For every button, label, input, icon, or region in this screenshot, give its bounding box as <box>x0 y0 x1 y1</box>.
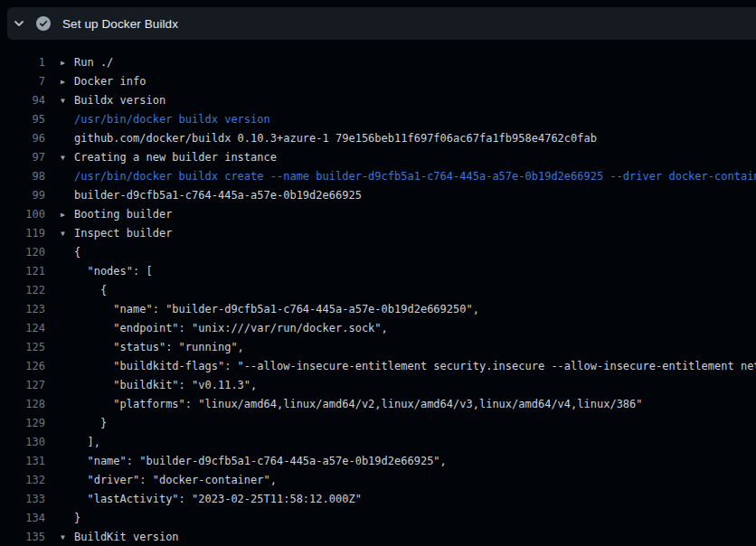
log-line-text: } <box>74 414 756 433</box>
group-toggle-icon <box>45 167 74 186</box>
group-collapsed-icon[interactable]: ▶ <box>45 205 74 224</box>
group-expanded-icon[interactable]: ▼ <box>45 528 74 546</box>
log-line-text: "lastActivity": "2023-02-25T11:58:12.000… <box>74 490 756 509</box>
line-number[interactable]: 123 <box>0 300 45 319</box>
log-line-row: 122 { <box>0 281 756 300</box>
log-line-row: 98 /usr/bin/docker buildx create --name … <box>0 167 756 186</box>
group-toggle-icon <box>45 281 74 300</box>
log-line-row: 130 ], <box>0 433 756 452</box>
log-line-row: 125 "status": "running", <box>0 338 756 357</box>
log-line-row: 120 { <box>0 243 756 262</box>
log-line-row: 131 "name": "builder-d9cfb5a1-c764-445a-… <box>0 452 756 471</box>
line-number[interactable]: 127 <box>0 376 45 395</box>
log-line-text: Inspect builder <box>74 224 756 243</box>
log-line-text: builder-d9cfb5a1-c764-445a-a57e-0b19d2e6… <box>74 186 756 205</box>
group-toggle-icon <box>45 490 74 509</box>
log-line-row: 124 "endpoint": "unix:///var/run/docker.… <box>0 319 756 338</box>
line-number[interactable]: 94 <box>0 91 45 110</box>
group-toggle-icon <box>45 376 74 395</box>
log-line-row: 95 /usr/bin/docker buildx version <box>0 110 756 129</box>
log-line-text: "platforms": "linux/amd64,linux/amd64/v2… <box>74 395 756 414</box>
log-line-text: "buildkitd-flags": "--allow-insecure-ent… <box>74 357 756 376</box>
log-group-row[interactable]: 100 ▶ Booting builder <box>0 205 756 224</box>
step-header[interactable]: Set up Docker Buildx <box>7 7 756 40</box>
group-toggle-icon <box>45 129 74 148</box>
line-number[interactable]: 121 <box>0 262 45 281</box>
line-number[interactable]: 124 <box>0 319 45 338</box>
log-group-row[interactable]: 97 ▼ Creating a new builder instance <box>0 148 756 167</box>
group-toggle-icon <box>45 243 74 262</box>
log-line-text: ], <box>74 433 756 452</box>
log-line-text: github.com/docker/buildx 0.10.3+azure-1 … <box>74 129 756 148</box>
line-number[interactable]: 129 <box>0 414 45 433</box>
log-line-text: Run ./ <box>74 53 756 72</box>
log-line-text: } <box>74 509 756 528</box>
log-group-row[interactable]: 1 ▶ Run ./ <box>0 53 756 72</box>
log-group-row[interactable]: 94 ▼ Buildx version <box>0 91 756 110</box>
log-line-text: "buildkit": "v0.11.3", <box>74 376 756 395</box>
log-output[interactable]: 1 ▶ Run ./ 7 ▶ Docker info 94 ▼ Buildx v… <box>0 40 756 546</box>
log-line-text: { <box>74 281 756 300</box>
log-line-text: "endpoint": "unix:///var/run/docker.sock… <box>74 319 756 338</box>
log-line-row: 121 "nodes": [ <box>0 262 756 281</box>
log-line-row: 96 github.com/docker/buildx 0.10.3+azure… <box>0 129 756 148</box>
log-line-text: Buildx version <box>74 91 756 110</box>
line-number[interactable]: 130 <box>0 433 45 452</box>
line-number[interactable]: 99 <box>0 186 45 205</box>
log-line-text: Creating a new builder instance <box>74 148 756 167</box>
log-line-row: 126 "buildkitd-flags": "--allow-insecure… <box>0 357 756 376</box>
line-number[interactable]: 1 <box>0 53 45 72</box>
log-line-text: Booting builder <box>74 205 756 224</box>
group-expanded-icon[interactable]: ▼ <box>45 224 74 243</box>
log-line-text: { <box>74 243 756 262</box>
line-number[interactable]: 100 <box>0 205 45 224</box>
line-number[interactable]: 131 <box>0 452 45 471</box>
line-number[interactable]: 132 <box>0 471 45 490</box>
line-number[interactable]: 133 <box>0 490 45 509</box>
line-number[interactable]: 120 <box>0 243 45 262</box>
group-toggle-icon <box>45 262 74 281</box>
log-line-row: 132 "driver": "docker-container", <box>0 471 756 490</box>
group-toggle-icon <box>45 319 74 338</box>
line-number[interactable]: 96 <box>0 129 45 148</box>
line-number[interactable]: 126 <box>0 357 45 376</box>
group-toggle-icon <box>45 357 74 376</box>
group-collapsed-icon[interactable]: ▶ <box>45 72 74 91</box>
group-toggle-icon <box>45 452 74 471</box>
group-toggle-icon <box>45 300 74 319</box>
log-line-row: 129 } <box>0 414 756 433</box>
log-line-row: 123 "name": "builder-d9cfb5a1-c764-445a-… <box>0 300 756 319</box>
log-line-text: /usr/bin/docker buildx create --name bui… <box>74 167 756 186</box>
line-number[interactable]: 119 <box>0 224 45 243</box>
log-group-row[interactable]: 119 ▼ Inspect builder <box>0 224 756 243</box>
line-number[interactable]: 125 <box>0 338 45 357</box>
log-group-row[interactable]: 135 ▼ BuildKit version <box>0 528 756 546</box>
group-toggle-icon <box>45 110 74 129</box>
line-number[interactable]: 135 <box>0 528 45 546</box>
step-title: Set up Docker Buildx <box>62 17 178 31</box>
line-number[interactable]: 7 <box>0 72 45 91</box>
group-toggle-icon <box>45 509 74 528</box>
log-line-row: 134 } <box>0 509 756 528</box>
log-group-row[interactable]: 7 ▶ Docker info <box>0 72 756 91</box>
log-line-text: "status": "running", <box>74 338 756 357</box>
line-number[interactable]: 122 <box>0 281 45 300</box>
line-number[interactable]: 95 <box>0 110 45 129</box>
log-line-text: "driver": "docker-container", <box>74 471 756 490</box>
group-toggle-icon <box>45 395 74 414</box>
line-number[interactable]: 128 <box>0 395 45 414</box>
chevron-down-icon[interactable] <box>14 18 24 29</box>
line-number[interactable]: 97 <box>0 148 45 167</box>
check-circle-icon <box>36 16 51 31</box>
log-line-text: "name": "builder-d9cfb5a1-c764-445a-a57e… <box>74 300 756 319</box>
group-expanded-icon[interactable]: ▼ <box>45 148 74 167</box>
group-expanded-icon[interactable]: ▼ <box>45 91 74 110</box>
group-collapsed-icon[interactable]: ▶ <box>45 53 74 72</box>
log-line-row: 127 "buildkit": "v0.11.3", <box>0 376 756 395</box>
group-toggle-icon <box>45 186 74 205</box>
log-line-text: Docker info <box>74 72 756 91</box>
line-number[interactable]: 98 <box>0 167 45 186</box>
log-line-row: 99 builder-d9cfb5a1-c764-445a-a57e-0b19d… <box>0 186 756 205</box>
log-line-text: BuildKit version <box>74 528 756 546</box>
line-number[interactable]: 134 <box>0 509 45 528</box>
